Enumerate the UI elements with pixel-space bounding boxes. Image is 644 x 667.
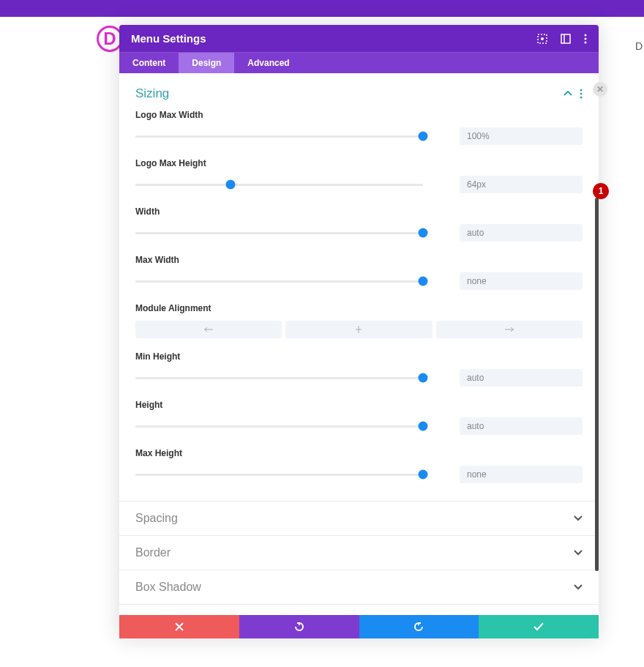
chevron-down-icon [574, 584, 583, 590]
tab-advanced[interactable]: Advanced [234, 53, 302, 73]
field-logo-max-height: Logo Max Height [135, 158, 583, 193]
label-height: Height [135, 400, 583, 410]
section-sizing-header[interactable]: Sizing [135, 83, 583, 110]
tabs: Content Design Advanced [119, 53, 599, 73]
section-filters[interactable]: Filters [119, 604, 599, 615]
modal-header: Menu Settings [119, 25, 599, 53]
svg-point-6 [585, 41, 587, 43]
modal-footer [119, 615, 599, 638]
panel-icon[interactable] [561, 34, 571, 44]
input-logo-max-height[interactable] [460, 176, 583, 193]
panel-body: Sizing Logo Max Width Logo Max H [119, 73, 599, 615]
align-left-button[interactable] [135, 321, 282, 338]
field-module-alignment: Module Alignment [135, 303, 583, 338]
field-width: Width [135, 206, 583, 242]
tab-design[interactable]: Design [179, 53, 234, 73]
collapse-icon[interactable] [564, 91, 572, 97]
input-width[interactable] [460, 224, 583, 242]
section-spacing[interactable]: Spacing [119, 501, 599, 535]
cancel-button[interactable] [119, 615, 239, 638]
field-max-height: Max Height [135, 448, 583, 483]
svg-rect-2 [561, 34, 570, 43]
svg-point-7 [580, 89, 583, 92]
chevron-down-icon [574, 515, 583, 521]
annotation-badge: 1 [593, 183, 609, 199]
undo-button[interactable] [239, 615, 359, 638]
scrollbar[interactable] [595, 198, 599, 571]
input-logo-max-width[interactable] [460, 127, 583, 145]
field-max-width: Max Width [135, 255, 583, 290]
chevron-down-icon [574, 550, 583, 556]
section-sizing-title: Sizing [135, 86, 169, 101]
svg-point-1 [541, 37, 544, 40]
slider-logo-max-width[interactable] [135, 131, 423, 141]
slider-min-height[interactable] [135, 373, 423, 383]
slider-max-height[interactable] [135, 469, 423, 480]
input-max-width[interactable] [460, 272, 583, 290]
expand-icon[interactable] [537, 34, 547, 44]
label-logo-max-width: Logo Max Width [135, 110, 583, 120]
label-width: Width [135, 206, 583, 217]
section-box-shadow[interactable]: Box Shadow [119, 570, 599, 604]
input-height[interactable] [460, 417, 583, 435]
right-label: D [635, 40, 643, 52]
field-min-height: Min Height [135, 351, 583, 387]
header-icons [537, 34, 587, 44]
slider-height[interactable] [135, 421, 423, 431]
svg-point-8 [580, 93, 583, 95]
label-logo-max-height: Logo Max Height [135, 158, 583, 168]
field-logo-max-width: Logo Max Width [135, 110, 583, 145]
label-max-height: Max Height [135, 448, 583, 458]
label-min-height: Min Height [135, 351, 583, 362]
tab-content[interactable]: Content [119, 53, 179, 73]
slider-width[interactable] [135, 228, 423, 238]
svg-point-5 [585, 37, 587, 40]
section-border[interactable]: Border [119, 535, 599, 570]
section-more-icon[interactable] [580, 89, 583, 99]
field-height: Height [135, 400, 583, 435]
redo-button[interactable] [359, 615, 479, 638]
modal-title: Menu Settings [131, 32, 206, 45]
top-bar [0, 0, 644, 17]
settings-modal: Menu Settings Content Design Advanced ✕ … [119, 25, 599, 638]
align-center-button[interactable] [285, 321, 432, 338]
slider-max-width[interactable] [135, 276, 423, 286]
more-icon[interactable] [584, 34, 587, 44]
svg-point-9 [580, 97, 583, 99]
svg-point-4 [585, 34, 587, 36]
section-border-title: Border [135, 546, 171, 559]
section-spacing-title: Spacing [135, 512, 178, 525]
label-module-alignment: Module Alignment [135, 303, 583, 313]
section-box-shadow-title: Box Shadow [135, 581, 201, 594]
label-max-width: Max Width [135, 255, 583, 265]
input-max-height[interactable] [460, 466, 583, 483]
input-min-height[interactable] [460, 369, 583, 387]
save-button[interactable] [479, 615, 599, 638]
slider-logo-max-height[interactable] [135, 179, 423, 190]
align-right-button[interactable] [436, 321, 583, 338]
